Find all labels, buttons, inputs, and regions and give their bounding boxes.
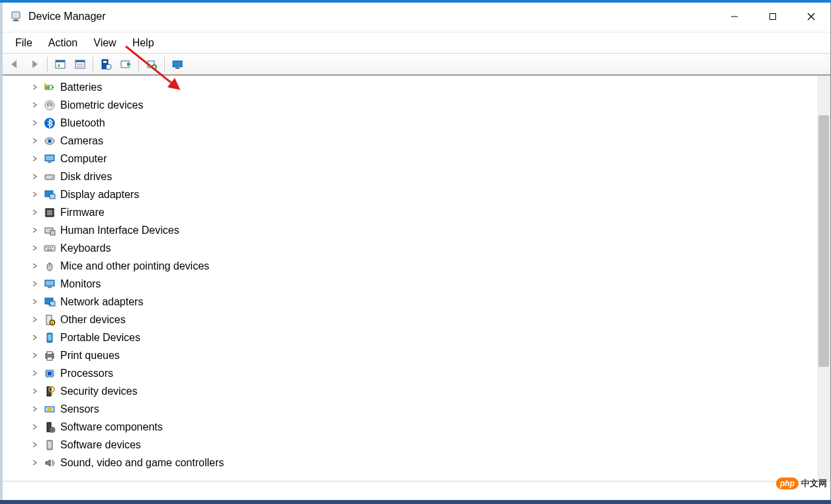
chevron-right-icon[interactable] bbox=[30, 460, 39, 466]
chevron-right-icon[interactable] bbox=[30, 138, 39, 144]
chevron-right-icon[interactable] bbox=[30, 299, 39, 305]
chevron-right-icon[interactable] bbox=[30, 442, 39, 448]
toolbar-separator bbox=[47, 57, 48, 72]
chevron-right-icon[interactable] bbox=[30, 227, 39, 233]
chevron-right-icon[interactable] bbox=[30, 191, 39, 197]
tree-item[interactable]: Processors bbox=[1, 364, 817, 382]
tree-item[interactable]: Cameras bbox=[1, 132, 817, 150]
menu-help[interactable]: Help bbox=[124, 34, 162, 52]
tree-item-label: Disk drives bbox=[60, 171, 112, 183]
svg-rect-58 bbox=[50, 301, 55, 306]
other-device-icon: ! bbox=[43, 313, 56, 327]
back-button[interactable] bbox=[5, 56, 24, 73]
tree-item[interactable]: Print queues bbox=[1, 346, 817, 364]
tree-item[interactable]: Keyboards bbox=[1, 239, 817, 257]
chevron-right-icon[interactable] bbox=[30, 84, 39, 90]
tree-item[interactable]: Monitors bbox=[1, 275, 817, 293]
tree-item[interactable]: Network adapters bbox=[1, 293, 817, 311]
capture-top-strip bbox=[0, 0, 831, 3]
chevron-right-icon[interactable] bbox=[30, 120, 39, 126]
chevron-right-icon[interactable] bbox=[30, 281, 39, 287]
tree-item[interactable]: Software components bbox=[1, 418, 817, 436]
chevron-right-icon[interactable] bbox=[30, 245, 39, 251]
tree-item[interactable]: Display adapters bbox=[1, 185, 817, 203]
titlebar: Device Manager bbox=[1, 1, 830, 32]
show-hidden-button[interactable] bbox=[50, 56, 70, 73]
fingerprint-icon bbox=[43, 99, 56, 112]
minimize-button[interactable] bbox=[715, 1, 754, 32]
svg-rect-49 bbox=[50, 247, 51, 248]
svg-rect-2 bbox=[13, 21, 19, 21]
scrollbar[interactable] bbox=[817, 76, 830, 481]
enable-device-button[interactable] bbox=[116, 56, 136, 73]
svg-rect-56 bbox=[48, 287, 52, 288]
tree-item-label: Processors bbox=[60, 368, 113, 379]
chevron-right-icon[interactable] bbox=[30, 370, 39, 376]
tree-item[interactable]: Sensors bbox=[1, 400, 817, 418]
tree-item[interactable]: Portable Devices bbox=[1, 328, 817, 346]
scan-hardware-button[interactable] bbox=[168, 56, 187, 73]
tree-container: BatteriesBiometric devicesBluetoothCamer… bbox=[1, 75, 830, 481]
tree-item-label: Biometric devices bbox=[60, 99, 143, 111]
chevron-right-icon[interactable] bbox=[30, 424, 39, 430]
tree-item[interactable]: Sound, video and game controllers bbox=[1, 454, 817, 472]
tree-item-label: Sound, video and game controllers bbox=[60, 457, 224, 469]
chevron-right-icon[interactable] bbox=[30, 174, 39, 179]
chevron-right-icon[interactable] bbox=[30, 352, 39, 358]
scroll-thumb[interactable] bbox=[818, 115, 829, 367]
uninstall-device-button[interactable] bbox=[142, 56, 162, 73]
tree-item[interactable]: Biometric devices bbox=[1, 96, 817, 114]
tree-item[interactable]: Software devices bbox=[1, 436, 817, 454]
svg-rect-4 bbox=[770, 13, 776, 19]
chevron-right-icon[interactable] bbox=[30, 334, 39, 340]
device-tree[interactable]: BatteriesBiometric devicesBluetoothCamer… bbox=[1, 76, 817, 481]
mouse-icon bbox=[43, 260, 56, 273]
window-controls bbox=[715, 1, 830, 32]
svg-rect-51 bbox=[47, 249, 52, 250]
chevron-right-icon[interactable] bbox=[30, 156, 39, 162]
tree-item-label: Portable Devices bbox=[60, 332, 140, 344]
menu-action[interactable]: Action bbox=[40, 34, 85, 52]
sound-icon bbox=[43, 456, 56, 470]
tree-item-label: Batteries bbox=[60, 81, 102, 93]
tree-item[interactable]: Firmware bbox=[1, 203, 817, 221]
chevron-right-icon[interactable] bbox=[30, 388, 39, 394]
close-button[interactable] bbox=[792, 1, 830, 32]
chevron-right-icon[interactable] bbox=[30, 209, 39, 215]
svg-rect-0 bbox=[12, 12, 20, 19]
tree-item[interactable]: Security devices bbox=[1, 382, 817, 400]
svg-rect-55 bbox=[46, 281, 54, 285]
tree-item[interactable]: !Other devices bbox=[1, 311, 817, 328]
tree-item[interactable]: Mice and other pointing devices bbox=[1, 257, 817, 275]
update-driver-button[interactable] bbox=[96, 56, 116, 73]
chevron-right-icon[interactable] bbox=[30, 406, 39, 412]
svg-rect-66 bbox=[47, 352, 52, 354]
tree-item-label: Network adapters bbox=[60, 296, 143, 308]
bluetooth-icon bbox=[43, 117, 56, 130]
properties-button[interactable] bbox=[70, 56, 90, 73]
svg-rect-22 bbox=[52, 87, 54, 88]
tree-item-label: Print queues bbox=[60, 350, 120, 362]
menu-view[interactable]: View bbox=[85, 34, 124, 52]
chevron-right-icon[interactable] bbox=[30, 263, 39, 269]
tree-item[interactable]: Bluetooth bbox=[1, 114, 817, 132]
toolbar-separator bbox=[164, 57, 165, 72]
security-icon bbox=[43, 385, 56, 398]
tree-item[interactable]: Disk drives bbox=[1, 168, 817, 185]
tree-item-label: Computer bbox=[60, 153, 107, 165]
chevron-right-icon[interactable] bbox=[30, 102, 39, 108]
tree-item[interactable]: Computer bbox=[1, 150, 817, 168]
tree-item[interactable]: Human Interface Devices bbox=[1, 221, 817, 239]
menu-file[interactable]: File bbox=[7, 34, 40, 52]
maximize-button[interactable] bbox=[754, 1, 792, 32]
svg-rect-37 bbox=[47, 210, 52, 215]
svg-rect-35 bbox=[50, 194, 55, 199]
tree-item[interactable]: Batteries bbox=[1, 78, 817, 96]
svg-rect-19 bbox=[173, 61, 182, 67]
display-adapter-icon bbox=[43, 188, 56, 201]
chevron-right-icon[interactable] bbox=[30, 317, 39, 323]
capture-left-strip bbox=[0, 3, 3, 500]
watermark-badge: php bbox=[776, 478, 799, 489]
forward-button[interactable] bbox=[24, 56, 44, 73]
capture-bottom-strip bbox=[0, 500, 831, 504]
